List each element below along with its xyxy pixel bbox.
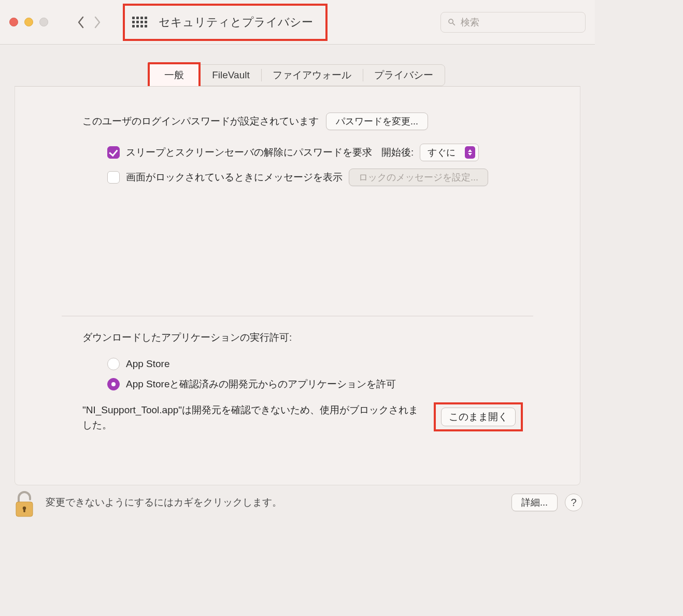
window-traffic-lights — [9, 18, 48, 26]
radio-app-store-label: App Store — [126, 358, 170, 370]
select-stepper-icon — [465, 146, 475, 159]
lock-icon[interactable] — [12, 487, 36, 517]
zoom-window-button[interactable] — [39, 18, 48, 26]
panel-divider — [62, 316, 533, 316]
search-input[interactable]: 検索 — [440, 12, 586, 33]
tab-general[interactable]: 一般 — [148, 62, 201, 88]
tab-bar: 一般 FileVault ファイアウォール プライバシー — [150, 64, 445, 86]
require-password-label: スリープとスクリーンセーバの解除にパスワードを要求 — [126, 146, 372, 159]
search-placeholder: 検索 — [461, 16, 479, 29]
svg-rect-3 — [23, 508, 25, 512]
login-password-label: このユーザのログインパスワードが設定されています — [82, 115, 319, 128]
show-lock-message-checkbox[interactable] — [107, 171, 120, 184]
show-all-prefs-icon[interactable] — [132, 17, 147, 27]
help-button[interactable]: ? — [565, 494, 582, 511]
advanced-button[interactable]: 詳細... — [511, 494, 558, 511]
panel-footer: 変更できないようにするにはカギをクリックします。 詳細... ? — [12, 487, 582, 517]
forward-button[interactable] — [93, 15, 102, 30]
require-password-delay-select[interactable]: すぐに — [420, 144, 479, 161]
set-lock-message-button[interactable]: ロックのメッセージを設定... — [349, 169, 488, 186]
show-lock-message-label: 画面がロックされているときにメッセージを表示 — [126, 171, 343, 184]
radio-app-store[interactable] — [107, 358, 120, 370]
window-toolbar: セキュリティとプライバシー 検索 — [0, 0, 595, 45]
search-icon — [447, 18, 457, 27]
blocked-app-message: "NI_Support_Tool.app"は開発元を確認できないため、使用がブロ… — [82, 402, 421, 433]
require-password-after-label: 開始後: — [381, 146, 414, 159]
tab-firewall[interactable]: ファイアウォール — [261, 65, 363, 86]
radio-app-store-and-identified-label: App Storeと確認済みの開発元からのアプリケーションを許可 — [126, 377, 396, 391]
radio-app-store-and-identified[interactable] — [107, 378, 120, 390]
require-password-checkbox[interactable] — [107, 146, 120, 159]
general-panel: このユーザのログインパスワードが設定されています パスワードを変更... スリー… — [15, 86, 580, 485]
lock-hint-text: 変更できないようにするにはカギをクリックします。 — [46, 496, 282, 509]
allow-apps-title: ダウンロードしたアプリケーションの実行許可: — [82, 331, 523, 344]
minimize-window-button[interactable] — [24, 18, 33, 26]
title-block-highlighted: セキュリティとプライバシー — [123, 4, 328, 41]
tab-filevault[interactable]: FileVault — [201, 65, 261, 86]
change-password-button[interactable]: パスワードを変更... — [326, 113, 428, 130]
back-button[interactable] — [76, 15, 86, 30]
close-window-button[interactable] — [9, 18, 18, 26]
open-anyway-button[interactable]: このまま開く — [441, 408, 516, 426]
window-title: セキュリティとプライバシー — [159, 15, 313, 30]
tab-privacy[interactable]: プライバシー — [363, 65, 445, 86]
open-anyway-highlighted: このまま開く — [434, 402, 523, 431]
require-password-delay-value: すぐに — [428, 146, 456, 159]
